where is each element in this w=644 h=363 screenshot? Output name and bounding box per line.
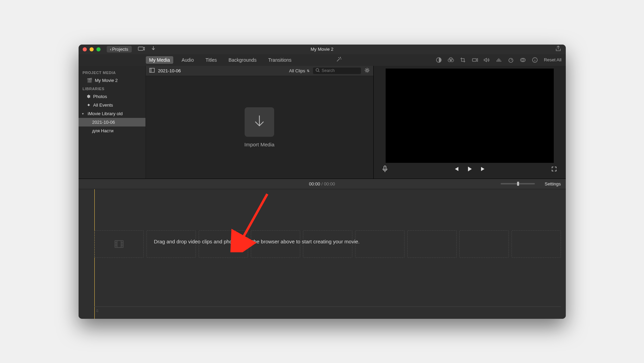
search-icon [316, 68, 320, 73]
prev-frame-icon[interactable] [454, 166, 459, 173]
music-note-icon: ♫ [96, 308, 99, 313]
download-icon[interactable] [151, 46, 156, 52]
zoom-window-button[interactable] [96, 47, 101, 51]
import-media-button[interactable] [245, 107, 274, 137]
clip-filter-label: All Clips [289, 68, 305, 73]
clip-placeholder [512, 230, 561, 258]
library-name: iMovie Library old [88, 111, 123, 116]
media-browser: 2021-10-06 All Clips ⇅ [146, 66, 374, 179]
viewer-panel [374, 66, 566, 179]
imovie-window: ‹ Projects My Movie 2 My Media Audio Tit… [79, 45, 566, 319]
traffic-lights [79, 47, 101, 51]
voiceover-mic-icon[interactable] [383, 166, 387, 174]
stabilize-icon[interactable] [472, 57, 478, 63]
clip-placeholder [459, 230, 509, 258]
search-input[interactable] [322, 68, 358, 73]
chevron-down-icon: ▾ [82, 112, 84, 116]
all-events-label: All Events [93, 102, 113, 108]
project-media-header: PROJECT MEDIA [79, 69, 145, 76]
svg-rect-15 [384, 166, 386, 170]
all-events[interactable]: ✦ All Events [79, 101, 145, 109]
browser-event-title: 2021-10-06 [158, 68, 181, 73]
time-total: 00:00 [324, 181, 335, 186]
share-icon[interactable] [555, 46, 561, 53]
event-item-selected[interactable]: 2021-10-06 [79, 118, 145, 126]
gear-icon[interactable] [364, 68, 370, 74]
project-item[interactable]: 🎬 My Movie 2 [79, 76, 145, 85]
timeline-hint-text: Drag and drop video clips and photos fro… [154, 239, 360, 244]
play-icon[interactable] [467, 166, 472, 173]
tab-my-media[interactable]: My Media [146, 56, 174, 64]
clip-filter-icon[interactable] [520, 57, 526, 63]
viewer-controls [378, 166, 561, 173]
photos-library[interactable]: ✽ Photos [79, 92, 145, 101]
flower-icon: ✽ [87, 94, 91, 99]
media-tab-bar: My Media Audio Titles Backgrounds Transi… [79, 54, 566, 66]
preview-canvas[interactable] [386, 69, 554, 163]
time-current: 00:00 [309, 181, 320, 186]
event-label: для Насти [92, 128, 114, 133]
fullscreen-icon[interactable] [551, 166, 557, 173]
projects-label: Projects [112, 47, 128, 52]
time-sep: / [320, 181, 324, 186]
color-balance-icon[interactable] [436, 57, 442, 63]
next-frame-icon[interactable] [480, 166, 486, 173]
speed-icon[interactable] [508, 57, 514, 63]
libraries-header: LIBRARIES [79, 85, 145, 92]
import-media-label: Import Media [244, 142, 274, 147]
settings-button[interactable]: Settings [545, 181, 561, 186]
color-correction-icon[interactable] [448, 57, 454, 63]
timeline-zoom-slider[interactable] [501, 183, 535, 184]
noise-reduction-icon[interactable] [496, 57, 502, 63]
magic-wand-icon[interactable] [336, 56, 342, 63]
reset-all-button[interactable]: Reset All [544, 57, 561, 62]
close-window-button[interactable] [83, 47, 87, 51]
chevron-left-icon: ‹ [110, 47, 112, 52]
photos-label: Photos [93, 94, 107, 99]
library-sidebar: PROJECT MEDIA 🎬 My Movie 2 LIBRARIES ✽ P… [79, 66, 146, 179]
minimize-window-button[interactable] [90, 47, 94, 51]
project-name: My Movie 2 [95, 78, 118, 83]
audio-track[interactable]: ♫ [94, 306, 561, 314]
event-item[interactable]: для Насти [79, 126, 145, 135]
media-import-icon[interactable] [138, 46, 145, 52]
library-folder[interactable]: ▾ iMovie Library old [79, 109, 145, 118]
clip-placeholder [407, 230, 457, 258]
svg-rect-12 [151, 68, 154, 72]
tab-backgrounds[interactable]: Backgrounds [225, 56, 260, 64]
svg-point-10 [535, 59, 535, 59]
clip-filter-dropdown[interactable]: All Clips ⇅ [289, 68, 309, 73]
clip-placeholder [355, 230, 405, 258]
tab-titles[interactable]: Titles [202, 56, 220, 64]
clip-placeholder [94, 230, 144, 258]
event-label: 2021-10-06 [92, 120, 115, 125]
time-info-bar: 00:00 / 00:00 Settings [79, 179, 566, 189]
svg-rect-5 [472, 59, 476, 61]
list-view-icon[interactable] [149, 68, 155, 74]
tab-audio[interactable]: Audio [178, 56, 197, 64]
crop-icon[interactable] [460, 57, 466, 63]
star-icon: ✦ [87, 102, 91, 108]
clapperboard-icon: 🎬 [87, 78, 92, 83]
browser-header: 2021-10-06 All Clips ⇅ [146, 66, 373, 76]
svg-point-14 [366, 69, 368, 71]
tab-transitions[interactable]: Transitions [265, 56, 295, 64]
volume-icon[interactable] [484, 57, 490, 63]
projects-back-button[interactable]: ‹ Projects [107, 46, 132, 52]
info-icon[interactable] [532, 57, 538, 63]
main-area: PROJECT MEDIA 🎬 My Movie 2 LIBRARIES ✽ P… [79, 66, 566, 179]
browser-body[interactable]: Import Media [146, 76, 373, 179]
titlebar: ‹ Projects My Movie 2 [79, 45, 566, 54]
svg-rect-0 [138, 47, 143, 50]
svg-point-13 [316, 69, 319, 71]
timeline[interactable]: Drag and drop video clips and photos fro… [79, 189, 566, 319]
updown-icon: ⇅ [307, 69, 309, 73]
search-field[interactable] [313, 68, 361, 74]
